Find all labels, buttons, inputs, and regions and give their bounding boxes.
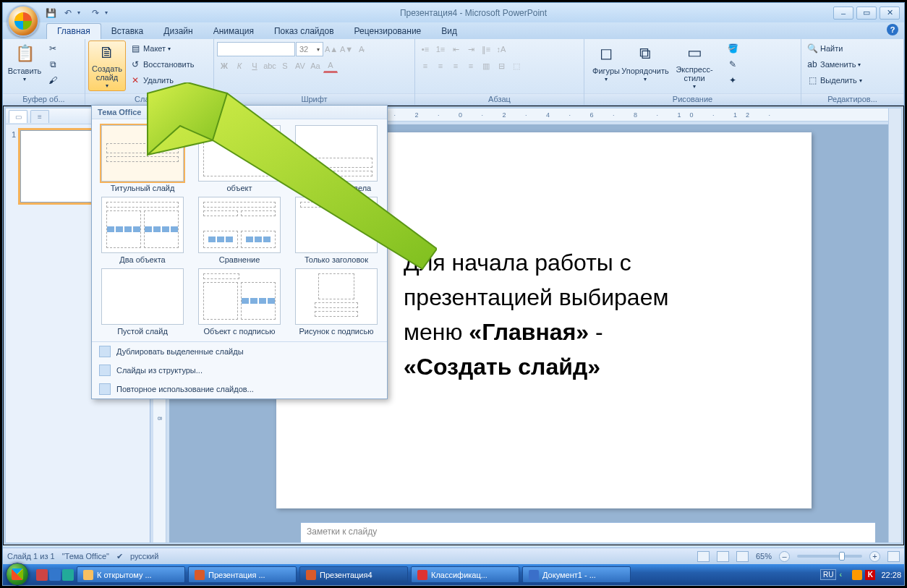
align-right-icon[interactable]: ≡ — [448, 59, 463, 73]
paste-button[interactable]: 📋 Вставить ▾ — [6, 41, 43, 91]
justify-icon[interactable]: ≡ — [464, 59, 478, 73]
strike-icon[interactable]: abc — [263, 59, 277, 73]
shape-effects-button[interactable]: ✦ — [725, 72, 741, 88]
shapes-button[interactable]: ◻Фигуры▾ — [587, 41, 625, 91]
zoom-out-button[interactable]: – — [779, 551, 790, 562]
layout-picture-caption[interactable]: Рисунок с подписью — [291, 268, 381, 336]
numbering-icon[interactable]: 1≡ — [433, 42, 448, 56]
delete-slide-button[interactable]: ✕Удалить — [127, 72, 196, 88]
tab-home[interactable]: Главная — [46, 23, 101, 39]
minimize-button[interactable]: – — [833, 7, 853, 20]
sorter-view-icon[interactable] — [717, 551, 729, 562]
reuse-slides-menu[interactable]: Повторное использование слайдов... — [92, 380, 387, 399]
help-icon[interactable]: ? — [887, 24, 898, 35]
layout-two-content[interactable]: Два объекта — [98, 197, 187, 264]
format-painter-button[interactable]: 🖌 — [45, 72, 61, 88]
replace-button[interactable]: abЗаменить▾ — [804, 56, 864, 72]
taskbar-item[interactable]: Документ1 - ... — [522, 566, 631, 583]
taskbar-item[interactable]: Классификац... — [411, 566, 519, 583]
taskbar-item[interactable]: К открытому ... — [77, 566, 185, 583]
smartart-icon[interactable]: ⬚ — [509, 59, 524, 73]
bullets-icon[interactable]: •≡ — [418, 42, 433, 56]
italic-icon[interactable]: К — [232, 59, 247, 73]
change-case-icon[interactable]: Aa — [308, 59, 323, 73]
zoom-slider[interactable] — [797, 555, 862, 558]
save-icon[interactable]: 💾 — [43, 6, 59, 20]
underline-icon[interactable]: Ч — [247, 59, 262, 73]
shape-outline-button[interactable]: ✎ — [725, 56, 741, 72]
clock[interactable]: 22:28 — [881, 571, 901, 579]
close-button[interactable]: ✕ — [880, 7, 900, 20]
taskbar-item[interactable]: Презентация ... — [188, 566, 297, 583]
text-direction-icon[interactable]: ↕A — [494, 42, 508, 56]
tray-icon[interactable] — [852, 570, 862, 580]
select-button[interactable]: ⬚Выделить▾ — [804, 72, 864, 88]
zoom-in-button[interactable]: + — [869, 551, 880, 562]
indent-dec-icon[interactable]: ⇤ — [448, 42, 463, 56]
quicklaunch-icon[interactable] — [36, 569, 48, 581]
line-spacing-icon[interactable]: ‖≡ — [479, 42, 493, 56]
layout-title-content[interactable]: объект — [195, 125, 284, 192]
slides-from-outline-menu[interactable]: Слайды из структуры... — [92, 361, 387, 380]
tab-design[interactable]: Дизайн — [153, 24, 203, 39]
shape-fill-button[interactable]: 🪣 — [725, 41, 741, 56]
maximize-button[interactable]: ▭ — [856, 7, 877, 20]
layout-title-slide[interactable]: Титульный слайд — [98, 125, 187, 192]
find-button[interactable]: 🔍Найти — [804, 41, 864, 56]
vertical-scrollbar[interactable] — [888, 108, 901, 542]
tab-insert[interactable]: Вставка — [101, 24, 154, 39]
normal-view-icon[interactable] — [697, 551, 710, 562]
quick-styles-button[interactable]: ▭Экспресс-стили▾ — [665, 41, 723, 91]
grow-font-icon[interactable]: A▲ — [324, 42, 338, 56]
slideshow-view-icon[interactable] — [736, 551, 749, 562]
undo-icon[interactable]: ↶ — [60, 6, 76, 20]
align-text-icon[interactable]: ⊟ — [494, 59, 508, 73]
tab-view[interactable]: Вид — [431, 24, 467, 39]
align-center-icon[interactable]: ≡ — [433, 59, 448, 73]
layout-blank[interactable]: Пустой слайд — [98, 268, 187, 336]
kaspersky-icon[interactable]: K — [865, 570, 875, 580]
arrange-button[interactable]: ⧉Упорядочить▾ — [626, 41, 664, 91]
cut-button[interactable]: ✂ — [45, 41, 61, 56]
indent-inc-icon[interactable]: ⇥ — [464, 42, 478, 56]
quicklaunch-icon[interactable] — [49, 569, 61, 581]
language-indicator[interactable]: RU — [820, 569, 836, 580]
layout-section-header[interactable]: Заголовок раздела — [291, 125, 381, 192]
tray-icon[interactable]: ‹ — [839, 570, 849, 580]
font-size-combo[interactable]: 32▾ — [296, 42, 323, 56]
tab-animation[interactable]: Анимация — [203, 24, 264, 39]
status-language[interactable]: русский — [130, 552, 158, 561]
reset-button[interactable]: ↺Восстановить — [127, 56, 196, 72]
undo-dropdown-icon[interactable]: ▾ — [77, 9, 86, 16]
start-button[interactable] — [3, 564, 32, 585]
columns-icon[interactable]: ▥ — [479, 59, 493, 73]
font-color-icon[interactable]: A — [323, 59, 338, 73]
taskbar-item[interactable]: Презентация4 — [299, 566, 408, 583]
fit-window-icon[interactable] — [887, 551, 900, 562]
font-name-combo[interactable] — [217, 42, 295, 56]
copy-button[interactable]: ⧉ — [45, 56, 61, 72]
layout-title-only[interactable]: Только заголовок — [291, 197, 381, 264]
office-button[interactable] — [7, 5, 39, 37]
char-spacing-icon[interactable]: AV — [293, 59, 307, 73]
tab-review[interactable]: Рецензирование — [344, 24, 432, 39]
qat-customize-icon[interactable]: ▾ — [105, 9, 114, 16]
shadow-icon[interactable]: S — [278, 59, 292, 73]
spellcheck-icon[interactable]: ✔ — [116, 552, 123, 561]
new-slide-button[interactable]: 🗎 Создать слайд ▾ — [88, 41, 126, 91]
redo-icon[interactable]: ↷ — [88, 6, 103, 20]
thumbnails-tab[interactable]: ▭ — [9, 110, 27, 123]
outline-tab[interactable]: ≡ — [30, 110, 49, 123]
tab-slideshow[interactable]: Показ слайдов — [264, 24, 344, 39]
quicklaunch-icon[interactable] — [62, 569, 74, 581]
layout-comparison[interactable]: Сравнение — [195, 197, 284, 264]
layout-content-caption[interactable]: Объект с подписью — [195, 268, 284, 336]
shrink-font-icon[interactable]: A▼ — [339, 42, 354, 56]
bold-icon[interactable]: Ж — [217, 59, 231, 73]
clear-format-icon[interactable]: A̶ — [354, 42, 369, 56]
align-left-icon[interactable]: ≡ — [418, 59, 433, 73]
notes-pane[interactable]: Заметки к слайду — [301, 522, 875, 542]
duplicate-slides-menu[interactable]: Дублировать выделенные слайды — [92, 342, 387, 361]
zoom-value[interactable]: 65% — [756, 552, 772, 561]
layout-button[interactable]: ▤Макет▾ — [127, 41, 196, 56]
